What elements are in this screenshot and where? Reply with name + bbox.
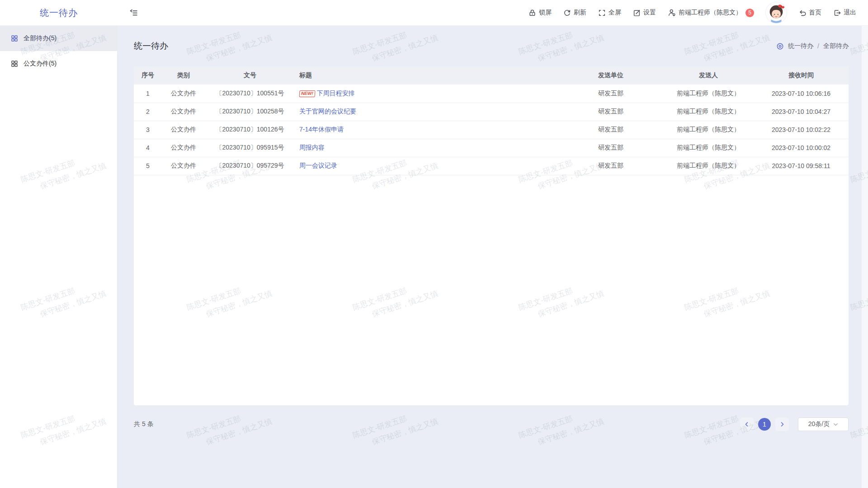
- cell-doc-no: 〔20230710〕100258号: [205, 103, 295, 121]
- col-header-received: 接收时间: [754, 66, 849, 84]
- cell-title: NEW!下周日程安排: [295, 84, 558, 103]
- cell-doc-no: 〔20230710〕100551号: [205, 84, 295, 103]
- table-row: 2公文办件〔20230710〕100258号关于官网的会议纪要研发五部前端工程师…: [134, 103, 849, 121]
- cell-doc-no: 〔20230710〕100126号: [205, 121, 295, 139]
- pagination-prev-button[interactable]: [740, 418, 754, 431]
- user-menu[interactable]: 前端工程师（陈思文） 5: [668, 9, 754, 17]
- user-icon: [668, 9, 676, 17]
- col-header-no: 序号: [134, 66, 162, 84]
- table-header-row: 序号 类别 文号 标题 发送单位 发送人 接收时间: [134, 66, 849, 84]
- settings-button[interactable]: 设置: [633, 9, 656, 17]
- cell-no: 1: [134, 84, 162, 103]
- scrollbar-track[interactable]: [862, 26, 868, 488]
- app-logo: 统一待办: [0, 7, 118, 19]
- top-bar: 统一待办 锁屏: [0, 0, 868, 26]
- breadcrumb-current: 全部待办: [823, 42, 849, 50]
- lock-screen-button[interactable]: 锁屏: [528, 9, 552, 17]
- lock-screen-label: 锁屏: [539, 9, 552, 17]
- page-title: 统一待办: [134, 40, 168, 52]
- table-body: 1公文办件〔20230710〕100551号NEW!下周日程安排研发五部前端工程…: [134, 84, 849, 175]
- cell-sender: 前端工程师（陈思文）: [663, 84, 754, 103]
- table-row: 3公文办件〔20230710〕100126号7-14年休假申请研发五部前端工程师…: [134, 121, 849, 139]
- refresh-label: 刷新: [574, 9, 586, 17]
- col-header-doc-no: 文号: [205, 66, 295, 84]
- cell-sender: 前端工程师（陈思文）: [663, 139, 754, 157]
- sidebar-collapse-button[interactable]: [127, 7, 139, 19]
- table-row: 4公文办件〔20230710〕095915号周报内容研发五部前端工程师（陈思文）…: [134, 139, 849, 157]
- col-header-sender: 发送人: [663, 66, 754, 84]
- cell-received: 2023-07-10 10:02:22: [754, 121, 849, 139]
- cell-category: 公文办件: [162, 103, 205, 121]
- logout-button[interactable]: 退出: [833, 9, 856, 17]
- sidebar-item-official-docs[interactable]: 公文办件(5): [0, 51, 117, 76]
- cell-unit: 研发五部: [558, 139, 663, 157]
- cell-doc-no: 〔20230710〕095729号: [205, 157, 295, 175]
- user-name: 前端工程师（陈思文）: [679, 9, 742, 17]
- grid-icon: [11, 60, 18, 67]
- fullscreen-icon: [598, 9, 606, 17]
- cell-unit: 研发五部: [558, 84, 663, 103]
- breadcrumb: 统一待办 / 全部待办: [776, 42, 849, 50]
- page-size-select[interactable]: 20条/页: [798, 418, 849, 431]
- cell-sender: 前端工程师（陈思文）: [663, 103, 754, 121]
- cell-no: 3: [134, 121, 162, 139]
- total-count: 共 5 条: [134, 420, 154, 428]
- fullscreen-label: 全屏: [609, 9, 621, 17]
- sidebar: 全部待办(5) 公文办件(5): [0, 26, 118, 488]
- document-title-link[interactable]: 周报内容: [299, 144, 325, 151]
- fullscreen-button[interactable]: 全屏: [598, 9, 621, 17]
- settings-icon: [633, 9, 641, 17]
- logout-icon: [833, 9, 841, 17]
- document-title-link[interactable]: 周一会议记录: [299, 162, 337, 169]
- breadcrumb-root[interactable]: 统一待办: [788, 42, 813, 50]
- back-home-icon: [798, 9, 806, 17]
- table-row: 1公文办件〔20230710〕100551号NEW!下周日程安排研发五部前端工程…: [134, 84, 849, 103]
- sidebar-item-all-todos[interactable]: 全部待办(5): [0, 26, 117, 51]
- document-title-link[interactable]: 下周日程安排: [317, 89, 355, 97]
- refresh-button[interactable]: 刷新: [563, 9, 586, 17]
- cell-category: 公文办件: [162, 157, 205, 175]
- main-content: 统一待办 统一待办 / 全部待办: [118, 26, 868, 488]
- location-icon: [776, 42, 784, 50]
- sidebar-item-label: 全部待办(5): [24, 34, 57, 42]
- col-header-title: 标题: [295, 66, 558, 84]
- logout-label: 退出: [844, 9, 856, 17]
- cell-doc-no: 〔20230710〕095915号: [205, 139, 295, 157]
- cell-received: 2023-07-10 09:58:11: [754, 157, 849, 175]
- cell-unit: 研发五部: [558, 103, 663, 121]
- document-title-link[interactable]: 关于官网的会议纪要: [299, 108, 356, 115]
- home-button[interactable]: 首页: [798, 9, 821, 17]
- col-header-category: 类别: [162, 66, 205, 84]
- cell-title: 7-14年休假申请: [295, 121, 558, 139]
- user-avatar[interactable]: [766, 2, 787, 23]
- cell-no: 4: [134, 139, 162, 157]
- new-badge: NEW!: [299, 90, 315, 97]
- cell-category: 公文办件: [162, 84, 205, 103]
- pagination-page-1[interactable]: 1: [758, 418, 771, 431]
- cell-unit: 研发五部: [558, 157, 663, 175]
- cell-title: 周报内容: [295, 139, 558, 157]
- settings-label: 设置: [643, 9, 656, 17]
- cell-sender: 前端工程师（陈思文）: [663, 121, 754, 139]
- col-header-unit: 发送单位: [558, 66, 663, 84]
- todo-table: 序号 类别 文号 标题 发送单位 发送人 接收时间 1公文办件〔20230710…: [134, 66, 849, 175]
- pagination-next-button[interactable]: [775, 418, 789, 431]
- table-row: 5公文办件〔20230710〕095729号周一会议记录研发五部前端工程师（陈思…: [134, 157, 849, 175]
- cell-received: 2023-07-10 10:04:27: [754, 103, 849, 121]
- grid-icon: [11, 35, 18, 42]
- cell-title: 关于官网的会议纪要: [295, 103, 558, 121]
- chevron-right-icon: [779, 422, 785, 427]
- notification-badge: 5: [745, 9, 754, 17]
- page-size-value: 20条/页: [808, 420, 830, 428]
- chevron-left-icon: [744, 422, 750, 427]
- cell-sender: 前端工程师（陈思文）: [663, 157, 754, 175]
- todo-table-card: 序号 类别 文号 标题 发送单位 发送人 接收时间 1公文办件〔20230710…: [134, 66, 849, 405]
- cell-category: 公文办件: [162, 139, 205, 157]
- cell-no: 2: [134, 103, 162, 121]
- lock-icon: [528, 9, 536, 17]
- cell-unit: 研发五部: [558, 121, 663, 139]
- fold-icon: [129, 9, 138, 17]
- document-title-link[interactable]: 7-14年休假申请: [299, 126, 344, 133]
- sidebar-item-label: 公文办件(5): [24, 60, 57, 68]
- refresh-icon: [563, 9, 571, 17]
